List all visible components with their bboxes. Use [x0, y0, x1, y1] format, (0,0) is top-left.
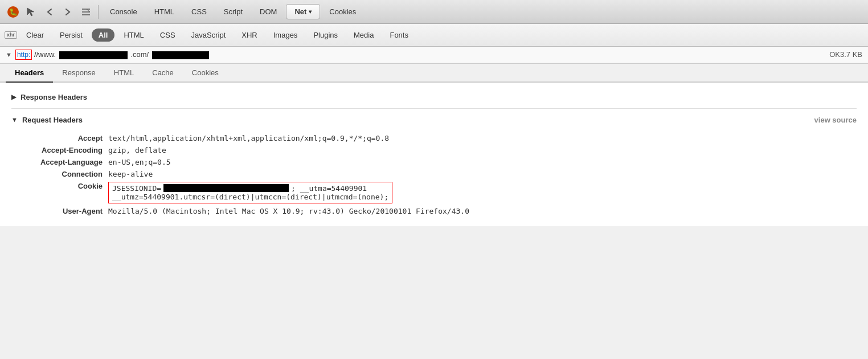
persist-button[interactable]: Persist: [53, 28, 89, 42]
collapsed-triangle-icon: ▶: [11, 93, 16, 101]
user-agent-header-name: User-Agent: [11, 207, 103, 215]
accept-header-row: Accept text/html,application/xhtml+xml,a…: [11, 132, 857, 144]
cookie-utmz-value: __utmz=54409901.utmcsr=(direct)|utmccn=(…: [112, 193, 388, 201]
tab-html-detail[interactable]: HTML: [105, 64, 143, 83]
request-size: 3.7 KB: [840, 50, 862, 59]
cookie-line-2: __utmz=54409901.utmcsr=(direct)|utmccn=(…: [112, 193, 388, 201]
url-domain-redacted: [59, 51, 128, 59]
tab-dom[interactable]: DOM: [252, 5, 285, 19]
forward-icon[interactable]: [59, 3, 76, 21]
css-filter-button[interactable]: CSS: [153, 28, 182, 42]
accept-encoding-header-name: Accept-Encoding: [11, 146, 103, 154]
cookie-header-row: Cookie JSESSIONID= ; __utma=54409901 __u…: [11, 180, 857, 205]
headers-content: ▶ Response Headers ▼ Request Headers vie…: [0, 83, 868, 226]
plugins-filter-button[interactable]: Plugins: [306, 28, 345, 42]
all-filter-button[interactable]: All: [92, 28, 115, 42]
cookie-value-box: JSESSIONID= ; __utma=54409901 __utmz=544…: [108, 182, 392, 203]
response-headers-section[interactable]: ▶ Response Headers: [11, 88, 857, 106]
view-source-link[interactable]: view source: [814, 116, 857, 124]
lines-icon[interactable]: [77, 3, 95, 21]
user-agent-header-row: User-Agent Mozilla/5.0 (Macintosh; Intel…: [11, 205, 857, 217]
request-list: ▼ http: //www. .com/ OK 3.7 KB: [0, 47, 868, 64]
cookie-jsessionid-label: JSESSIONID=: [112, 184, 161, 193]
tab-html[interactable]: HTML: [146, 5, 182, 19]
user-agent-header-value: Mozilla/5.0 (Macintosh; Intel Mac OS X 1…: [108, 207, 857, 215]
tab-console[interactable]: Console: [102, 5, 145, 19]
firebug-icon[interactable]: 🐛: [5, 3, 22, 21]
header-rows: Accept text/html,application/xhtml+xml,a…: [11, 129, 857, 221]
accept-header-value: text/html,application/xhtml+xml,applicat…: [108, 134, 857, 142]
url-path-redacted: [152, 51, 209, 59]
response-headers-title: Response Headers: [21, 93, 87, 101]
fonts-filter-button[interactable]: Fonts: [383, 28, 415, 42]
back-icon[interactable]: [41, 3, 58, 21]
clear-button[interactable]: Clear: [19, 28, 51, 42]
images-filter-button[interactable]: Images: [267, 28, 305, 42]
tab-headers[interactable]: Headers: [6, 64, 53, 83]
url-dot-com: .com/: [130, 50, 149, 59]
connection-header-name: Connection: [11, 170, 103, 178]
accept-header-name: Accept: [11, 134, 103, 142]
accept-language-header-row: Accept-Language en-US,en;q=0.5: [11, 156, 857, 168]
request-row[interactable]: ▼ http: //www. .com/ OK 3.7 KB: [0, 47, 868, 63]
cookie-header-value: JSESSIONID= ; __utma=54409901 __utmz=544…: [108, 182, 857, 203]
javascript-filter-button[interactable]: JavaScript: [185, 28, 233, 42]
connection-header-row: Connection keep-alive: [11, 168, 857, 180]
accept-language-header-name: Accept-Language: [11, 158, 103, 166]
tab-cache[interactable]: Cache: [143, 64, 183, 83]
xhr-filter-button[interactable]: XHR: [235, 28, 264, 42]
request-headers-section[interactable]: ▼ Request Headers view source: [11, 111, 857, 129]
detail-panel: Headers Response HTML Cache Cookies ▶ Re…: [0, 64, 868, 226]
sub-tabs: Headers Response HTML Cache Cookies: [0, 64, 868, 83]
tab-net[interactable]: Net ▾: [286, 4, 320, 19]
request-headers-title: Request Headers: [22, 116, 83, 124]
cursor-icon[interactable]: [23, 3, 40, 21]
tab-response[interactable]: Response: [53, 64, 105, 83]
cookie-utma-label: ; __utma=54409901: [291, 184, 367, 193]
collapse-arrow-icon: ▼: [6, 51, 12, 58]
svg-text:🐛: 🐛: [9, 7, 18, 16]
expanded-triangle-icon: ▼: [11, 116, 18, 123]
xhr-badge: xhr: [5, 31, 17, 39]
accept-encoding-header-value: gzip, deflate: [108, 146, 857, 154]
accept-encoding-header-row: Accept-Encoding gzip, deflate: [11, 144, 857, 156]
html-filter-button[interactable]: HTML: [117, 28, 150, 42]
media-filter-button[interactable]: Media: [347, 28, 380, 42]
accept-language-header-value: en-US,en;q=0.5: [108, 158, 857, 166]
url-separator: //www.: [34, 50, 56, 59]
tab-css[interactable]: CSS: [183, 5, 215, 19]
cookie-header-name: Cookie: [11, 182, 103, 190]
tab-cookies-detail[interactable]: Cookies: [183, 64, 228, 83]
connection-header-value: keep-alive: [108, 170, 857, 178]
svg-marker-2: [27, 8, 34, 16]
filter-toolbar: xhr Clear Persist All HTML CSS JavaScrip…: [0, 24, 868, 47]
request-url: http: //www. .com/: [15, 50, 825, 59]
cookie-line-1: JSESSIONID= ; __utma=54409901: [112, 184, 388, 193]
url-protocol-link[interactable]: http:: [15, 50, 32, 60]
tab-cookies[interactable]: Cookies: [321, 5, 364, 19]
separator: [98, 5, 99, 19]
tab-script[interactable]: Script: [216, 5, 251, 19]
section-divider: [11, 108, 857, 109]
top-toolbar: 🐛 Console HTML CSS Script DOM Net ▾ Cook…: [0, 0, 868, 24]
request-status: OK: [829, 50, 840, 59]
cookie-jsessionid-redacted: [163, 184, 289, 192]
dropdown-arrow-icon: ▾: [309, 9, 312, 15]
